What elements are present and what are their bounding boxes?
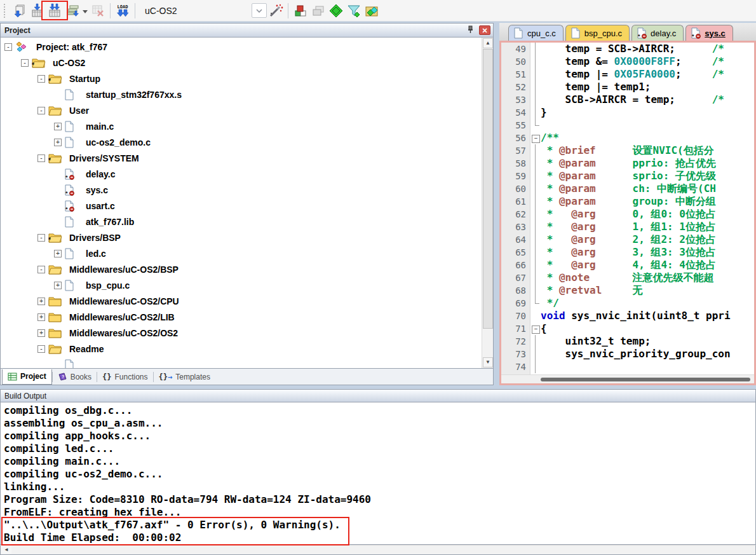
- collapse-icon[interactable]: -: [37, 107, 45, 114]
- code-line-60[interactable]: 60 * @param ch: 中断编号(CH: [501, 182, 754, 195]
- tree-item-bsp-cpu-c[interactable]: +bsp_cpu.c: [1, 277, 481, 293]
- target-selector[interactable]: uC-OS2: [138, 3, 267, 18]
- code-line-56[interactable]: 56/**: [501, 132, 754, 144]
- window-stack-button[interactable]: [309, 2, 327, 20]
- code-line-65[interactable]: 65 * @arg 3, 组3: 3位抢占: [501, 246, 754, 259]
- code-line-74[interactable]: 74: [501, 360, 754, 373]
- project-tree-scrollbar[interactable]: ▲ ▼: [482, 38, 493, 368]
- build-button[interactable]: [28, 2, 46, 20]
- panel-tab-templates[interactable]: {}→Templates: [154, 369, 215, 385]
- collapse-icon[interactable]: -: [4, 43, 12, 51]
- scrollbar-thumb[interactable]: [541, 378, 750, 381]
- editor-tab-delay-c[interactable]: *delay.c: [631, 25, 684, 41]
- tree-item-drivers-bsp[interactable]: -*Drivers/BSP: [1, 230, 481, 245]
- panel-tab-books[interactable]: ?Books: [53, 369, 97, 385]
- tree-item-uc-os2-demo-c[interactable]: +uc-os2_demo.c: [1, 134, 481, 150]
- editor-tab-cpu-c-c[interactable]: cpu_c.c: [508, 25, 564, 41]
- build-output-horizontal-scrollbar[interactable]: ◄: [0, 545, 756, 555]
- collapse-icon[interactable]: -: [37, 75, 45, 83]
- expand-icon[interactable]: +: [54, 282, 62, 289]
- collapse-icon[interactable]: -: [37, 154, 45, 162]
- tree-item-usart-c[interactable]: *usart.c: [1, 198, 481, 214]
- code-line-71[interactable]: 71{: [501, 322, 754, 335]
- build-output-log[interactable]: compiling os_dbg.c...assembling os_cpu_a…: [0, 402, 756, 545]
- code-line-67[interactable]: 67 * @note 注意优先级不能超: [501, 271, 754, 284]
- code-line-53[interactable]: 53 SCB->AIRCR = temp; /*: [501, 93, 754, 106]
- editor-tab-bsp-cpu-c[interactable]: bsp_cpu.c: [565, 25, 630, 41]
- code-line-54[interactable]: 54}: [501, 106, 754, 119]
- batch-build-button[interactable]: [64, 2, 81, 20]
- collapse-icon[interactable]: -: [21, 59, 29, 67]
- tree-item-readme[interactable]: -Readme: [1, 341, 481, 357]
- fold-collapse-icon[interactable]: [530, 322, 541, 335]
- tree-item-led-c[interactable]: +led.c: [1, 245, 481, 261]
- expand-icon[interactable]: +: [37, 329, 45, 337]
- options-for-target-button[interactable]: [267, 2, 285, 20]
- stop-build-button[interactable]: [89, 2, 107, 20]
- code-line-49[interactable]: 49 temp = SCB->AIRCR; /*: [501, 43, 754, 55]
- close-project-panel-button[interactable]: ✕: [479, 25, 490, 35]
- rebuild-button[interactable]: [46, 2, 64, 20]
- tree-item-middlewares-uc-os2-os2[interactable]: +Middlewares/uC-OS2/OS2: [1, 325, 481, 341]
- expand-icon[interactable]: +: [54, 123, 62, 130]
- code-line-61[interactable]: 61 * @param group: 中断分组: [501, 195, 754, 208]
- fold-collapse-icon[interactable]: [530, 132, 541, 144]
- tree-item-delay-c[interactable]: *delay.c: [1, 166, 481, 182]
- tree-item-startup-stm32f767xx-s[interactable]: startup_stm32f767xx.s: [1, 86, 481, 102]
- target-dropdown-icon[interactable]: [252, 3, 267, 18]
- collapse-icon[interactable]: -: [37, 266, 45, 273]
- code-line-66[interactable]: 66 * @arg 4, 组4: 4位抢占: [501, 259, 754, 271]
- toolbar-grip[interactable]: [4, 4, 8, 18]
- expand-icon[interactable]: +: [54, 139, 62, 146]
- tree-item-middlewares-uc-os2-lib[interactable]: +Middlewares/uC-OS2/LIB: [1, 309, 481, 325]
- panel-tab-functions[interactable]: {}Functions: [97, 369, 152, 385]
- translate-button[interactable]: [10, 2, 28, 20]
- code-line-59[interactable]: 59 * @param sprio: 子优先级: [501, 170, 754, 182]
- scroll-down-icon[interactable]: ▼: [483, 357, 493, 367]
- manage-project-items-button[interactable]: [292, 2, 309, 20]
- editor-tab-sys-c[interactable]: *sys.c: [685, 25, 733, 41]
- expand-icon[interactable]: +: [37, 313, 45, 321]
- code-line-55[interactable]: 55: [501, 119, 754, 132]
- tree-item-uc-os2[interactable]: -*uC-OS2: [1, 55, 481, 71]
- code-line-58[interactable]: 58 * @param pprio: 抢占优先: [501, 157, 754, 170]
- code-line-51[interactable]: 51 temp |= 0X05FA0000; /*: [501, 68, 754, 81]
- scroll-up-icon[interactable]: ▲: [483, 38, 493, 48]
- tree-item-middlewares-uc-os2-cpu[interactable]: +Middlewares/uC-OS2/CPU: [1, 293, 481, 309]
- scroll-left-icon[interactable]: ◄: [1, 546, 11, 554]
- tree-item-user[interactable]: -User: [1, 102, 481, 118]
- tree-item-blank[interactable]: [1, 357, 481, 368]
- pack-installer-button[interactable]: [363, 2, 381, 20]
- code-line-73[interactable]: 73 sys_nvic_priority_group_con: [501, 348, 754, 360]
- scrollbar-thumb[interactable]: [483, 49, 493, 329]
- code-line-64[interactable]: 64 * @arg 2, 组2: 2位抢占: [501, 233, 754, 246]
- editor-horizontal-scrollbar[interactable]: [501, 374, 754, 383]
- tree-item-main-c[interactable]: +main.c: [1, 118, 481, 134]
- code-line-57[interactable]: 57 * @brief 设置NVIC(包括分: [501, 144, 754, 157]
- download-button[interactable]: LOAD: [114, 2, 132, 20]
- run-time-environment-button[interactable]: [327, 2, 345, 20]
- code-line-62[interactable]: 62 * @arg 0, 组0: 0位抢占: [501, 208, 754, 221]
- panel-tab-project[interactable]: Project: [2, 369, 52, 385]
- batch-build-dropdown[interactable]: [81, 2, 89, 20]
- tree-item-project-atk-f767[interactable]: -Project: atk_f767: [1, 39, 481, 55]
- code-line-52[interactable]: 52 temp |= temp1;: [501, 81, 754, 93]
- code-line-50[interactable]: 50 temp &= 0X0000F8FF; /*: [501, 55, 754, 68]
- code-line-69[interactable]: 69 */: [501, 297, 754, 310]
- expand-icon[interactable]: +: [37, 298, 45, 305]
- select-packs-button[interactable]: [345, 2, 363, 20]
- code-line-70[interactable]: 70void sys_nvic_init(uint8_t ppri: [501, 310, 754, 322]
- tree-item-startup[interactable]: -*Startup: [1, 71, 481, 86]
- tree-item-drivers-system[interactable]: -*Drivers/SYSTEM: [1, 150, 481, 166]
- code-line-72[interactable]: 72 uint32_t temp;: [501, 335, 754, 348]
- collapse-icon[interactable]: -: [37, 345, 45, 353]
- collapse-icon[interactable]: -: [37, 234, 45, 242]
- expand-icon[interactable]: +: [54, 250, 62, 257]
- code-line-63[interactable]: 63 * @arg 1, 组1: 1位抢占: [501, 221, 754, 233]
- pin-button[interactable]: [465, 25, 475, 36]
- tree-item-sys-c[interactable]: *sys.c: [1, 182, 481, 198]
- code-line-68[interactable]: 68 * @retval 无: [501, 284, 754, 297]
- code-area[interactable]: 49 temp = SCB->AIRCR; /*50 temp &= 0X000…: [501, 43, 754, 374]
- tree-item-atk-f767-lib[interactable]: atk_f767.lib: [1, 214, 481, 230]
- tree-item-middlewares-uc-os2-bsp[interactable]: -Middlewares/uC-OS2/BSP: [1, 261, 481, 277]
